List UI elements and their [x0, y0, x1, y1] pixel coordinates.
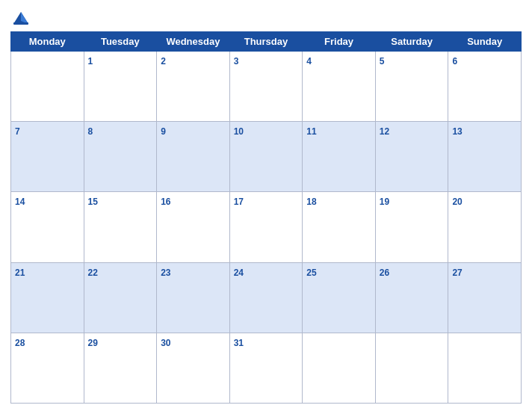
- day-number: 13: [452, 126, 462, 137]
- day-cell-4: 4: [303, 52, 376, 122]
- logo-icon: [10, 7, 31, 28]
- day-cell-15: 15: [84, 192, 157, 262]
- day-number: 30: [161, 338, 170, 348]
- day-number: 15: [88, 197, 98, 207]
- day-number: 7: [15, 126, 20, 137]
- day-number: 6: [452, 56, 457, 67]
- day-cell-10: 10: [229, 122, 303, 192]
- week-row-4: 28293031: [11, 333, 522, 403]
- day-number: 1: [88, 56, 93, 67]
- day-number: 9: [161, 126, 166, 137]
- day-number: 27: [452, 268, 462, 278]
- day-cell-13: 13: [448, 122, 522, 192]
- day-number: 19: [380, 197, 389, 207]
- day-number: 20: [452, 197, 462, 207]
- day-number: 2: [161, 56, 166, 67]
- day-number: 12: [380, 126, 389, 137]
- day-number: 31: [234, 338, 244, 348]
- day-number: 16: [161, 197, 170, 207]
- day-cell-9: 9: [157, 122, 230, 192]
- calendar-header: [10, 7, 522, 28]
- day-cell-21: 21: [11, 262, 84, 333]
- day-cell-29: 29: [84, 333, 157, 403]
- day-cell-28: 28: [11, 333, 84, 403]
- weekday-thursday: Thursday: [229, 32, 303, 52]
- week-row-3: 21222324252627: [11, 262, 522, 333]
- logo: [10, 7, 34, 28]
- day-cell-11: 11: [303, 122, 376, 192]
- day-number: 8: [88, 126, 93, 137]
- day-number: 29: [88, 338, 98, 348]
- day-cell-14: 14: [11, 192, 84, 262]
- day-cell-22: 22: [84, 262, 157, 333]
- day-number: 5: [380, 56, 385, 67]
- day-number: 25: [306, 268, 316, 278]
- day-number: 10: [234, 126, 244, 137]
- day-number: 23: [161, 268, 170, 278]
- day-cell-18: 18: [303, 192, 376, 262]
- calendar-table: MondayTuesdayWednesdayThursdayFridaySatu…: [10, 31, 522, 404]
- day-number: 3: [234, 56, 239, 67]
- empty-cell: [448, 333, 522, 403]
- day-cell-31: 31: [229, 333, 303, 403]
- day-cell-7: 7: [11, 122, 84, 192]
- day-number: 17: [234, 197, 244, 207]
- week-row-0: 123456: [11, 52, 522, 122]
- day-cell-24: 24: [229, 262, 303, 333]
- day-number: 18: [306, 197, 316, 207]
- day-cell-27: 27: [448, 262, 522, 333]
- weekday-wednesday: Wednesday: [157, 32, 230, 52]
- day-cell-3: 3: [229, 52, 303, 122]
- weekday-saturday: Saturday: [375, 32, 448, 52]
- svg-rect-3: [13, 22, 28, 25]
- day-cell-6: 6: [448, 52, 522, 122]
- day-cell-12: 12: [375, 122, 448, 192]
- day-cell-2: 2: [157, 52, 230, 122]
- day-number: 11: [306, 126, 316, 137]
- day-cell-8: 8: [84, 122, 157, 192]
- day-cell-30: 30: [157, 333, 230, 403]
- weekday-header-row: MondayTuesdayWednesdayThursdayFridaySatu…: [11, 32, 522, 52]
- day-number: 24: [234, 268, 244, 278]
- weekday-sunday: Sunday: [448, 32, 522, 52]
- week-row-1: 78910111213: [11, 122, 522, 192]
- day-number: 21: [15, 268, 25, 278]
- day-number: 26: [380, 268, 389, 278]
- day-cell-16: 16: [157, 192, 230, 262]
- day-number: 4: [306, 56, 312, 67]
- day-cell-19: 19: [375, 192, 448, 262]
- calendar-page: MondayTuesdayWednesdayThursdayFridaySatu…: [0, 0, 532, 411]
- day-number: 28: [15, 338, 25, 348]
- empty-cell: [375, 333, 448, 403]
- day-cell-5: 5: [375, 52, 448, 122]
- day-cell-23: 23: [157, 262, 230, 333]
- day-cell-20: 20: [448, 192, 522, 262]
- empty-cell: [11, 52, 84, 122]
- week-row-2: 14151617181920: [11, 192, 522, 262]
- weekday-monday: Monday: [11, 32, 84, 52]
- day-number: 22: [88, 268, 98, 278]
- day-cell-25: 25: [303, 262, 376, 333]
- weekday-tuesday: Tuesday: [84, 32, 157, 52]
- day-number: 14: [15, 197, 25, 207]
- day-cell-26: 26: [375, 262, 448, 333]
- day-cell-17: 17: [229, 192, 303, 262]
- empty-cell: [303, 333, 376, 403]
- day-cell-1: 1: [84, 52, 157, 122]
- weekday-friday: Friday: [303, 32, 376, 52]
